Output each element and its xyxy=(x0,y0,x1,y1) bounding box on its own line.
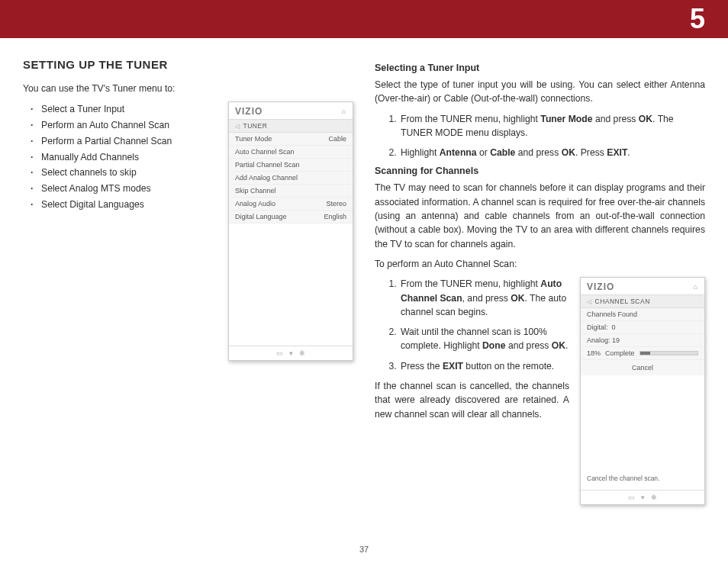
menu-row: Skip Channel xyxy=(229,185,353,198)
menu-row: Auto Channel Scan xyxy=(229,146,353,159)
intro-text: You can use the TV's Tuner menu to: xyxy=(23,82,353,95)
chevron-down-icon: ▾ xyxy=(641,494,645,501)
bullet-item: Select a Tuner Input xyxy=(41,101,221,117)
left-column: SETTING UP THE TUNER You can use the TV'… xyxy=(23,58,353,505)
section-title: SETTING UP THE TUNER xyxy=(23,58,353,71)
bullet-item: Select Analog MTS modes xyxy=(41,181,221,197)
breadcrumb: ◁TUNER xyxy=(229,119,353,133)
brand-row: VIZIO ⌂ xyxy=(229,102,353,119)
progress-percent: 18% xyxy=(587,349,601,357)
chevron-down-icon: ▾ xyxy=(289,349,293,357)
menu-row: Tuner ModeCable xyxy=(229,133,353,146)
progress-bar xyxy=(639,351,698,355)
subheading-scanning: Scanning for Channels xyxy=(375,166,705,176)
progress-row: 18% Complete xyxy=(581,347,704,360)
page-body: SETTING UP THE TUNER You can use the TV'… xyxy=(0,38,728,513)
brand-logo: VIZIO xyxy=(235,106,263,117)
brand-logo: VIZIO xyxy=(587,282,614,292)
bullet-item: Perform an Auto Channel Scan xyxy=(41,117,221,134)
crumb-label: TUNER xyxy=(243,122,268,130)
breadcrumb: ◁CHANNEL SCAN xyxy=(581,294,704,308)
page-number: 37 xyxy=(0,545,728,554)
list-item: From the TUNER menu, highlight Tuner Mod… xyxy=(399,112,705,140)
p-autoscan-intro: To perform an Auto Channel Scan: xyxy=(375,257,705,271)
home-icon: ⌂ xyxy=(342,108,346,115)
menu-spacer xyxy=(229,224,353,346)
list-item: From the TUNER menu, highlight Auto Chan… xyxy=(399,277,569,319)
brand-row: VIZIO ⌂ xyxy=(581,278,704,294)
bullet-item: Select channels to skip xyxy=(41,165,221,181)
right-column: Selecting a Tuner Input Select the type … xyxy=(375,58,705,505)
tuner-menu-screenshot: VIZIO ⌂ ◁TUNER Tuner ModeCable Auto Chan… xyxy=(228,101,353,361)
bullet-item: Select Digital Languages xyxy=(41,197,221,213)
menu-row: Digital: 0 xyxy=(581,321,704,334)
chapter-number: 5 xyxy=(690,3,705,35)
bullet-list: Select a Tuner Input Perform an Auto Cha… xyxy=(23,101,221,212)
subheading-tuner-input: Selecting a Tuner Input xyxy=(375,63,705,73)
gear-icon: ✻ xyxy=(299,349,305,357)
cancel-row: Cancel xyxy=(581,360,704,375)
wide-icon: ▭ xyxy=(276,349,283,357)
wide-icon: ▭ xyxy=(628,494,635,501)
menu-row: Partial Channel Scan xyxy=(229,159,353,172)
menu-row: Analog: 19 xyxy=(581,334,704,347)
gear-icon: ✻ xyxy=(651,494,657,501)
menu-row: Digital LanguageEnglish xyxy=(229,211,353,224)
progress-label: Complete xyxy=(605,349,635,357)
hint-text: Cancel the channel scan. xyxy=(581,467,704,490)
channel-scan-screenshot: VIZIO ⌂ ◁CHANNEL SCAN Channels Found Dig… xyxy=(580,277,705,505)
tuner-input-steps: From the TUNER menu, highlight Tuner Mod… xyxy=(375,112,705,160)
crumb-label: CHANNEL SCAN xyxy=(595,298,650,305)
autoscan-steps: From the TUNER menu, highlight Auto Chan… xyxy=(375,277,569,373)
list-item: Press the EXIT button on the remote. xyxy=(399,359,569,373)
p-scanning: The TV may need to scan for channels bef… xyxy=(375,181,705,250)
bullet-item: Manually Add Channels xyxy=(41,150,221,166)
menu-footer: ▭ ▾ ✻ xyxy=(229,346,353,360)
menu-spacer xyxy=(581,375,704,467)
p-cancelled: If the channel scan is cancelled, the ch… xyxy=(375,379,569,421)
menu-row: Channels Found xyxy=(581,308,704,321)
list-item: Highlight Antenna or Cable and press OK.… xyxy=(399,146,705,159)
chapter-header: 5 xyxy=(0,0,728,38)
menu-footer: ▭ ▾ ✻ xyxy=(581,490,704,504)
menu-row: Analog AudioStereo xyxy=(229,198,353,211)
p-tuner-input: Select the type of tuner input you will … xyxy=(375,78,705,106)
home-icon: ⌂ xyxy=(694,283,698,291)
list-item: Wait until the channel scan is 100% comp… xyxy=(399,325,569,353)
bullet-item: Perform a Partial Channel Scan xyxy=(41,134,221,150)
chevron-left-icon: ◁ xyxy=(235,123,240,130)
chevron-left-icon: ◁ xyxy=(587,298,592,305)
menu-row: Add Analog Channel xyxy=(229,172,353,185)
